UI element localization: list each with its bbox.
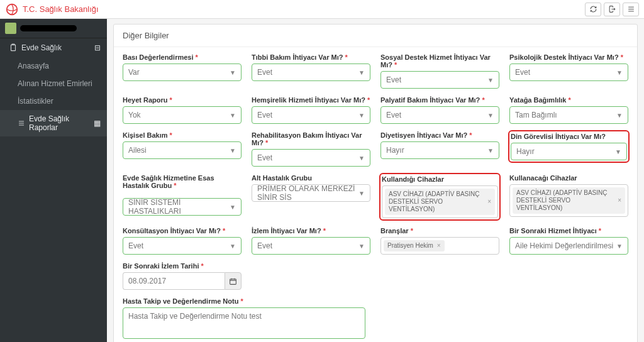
label-kisisel: Kişisel Bakım * xyxy=(123,131,242,139)
chevron-down-icon: ▼ xyxy=(230,147,236,154)
logo-icon xyxy=(5,3,19,16)
sidebar-item-label: Evde Sağlık Raporlar xyxy=(29,114,94,132)
chevron-down-icon: ▼ xyxy=(616,243,623,250)
label-notu: Hasta Takip ve Değerlendirme Notu * xyxy=(123,297,365,305)
chevron-down-icon: ▼ xyxy=(358,243,365,250)
label-alt: Alt Hastalık Grubu xyxy=(252,174,370,182)
date-input[interactable] xyxy=(123,272,225,290)
chevron-down-icon: ▼ xyxy=(358,155,365,162)
tagbox-kullandigi[interactable]: ASV CİHAZI (ADAPTİV BASINÇ DESTEKLİ SERV… xyxy=(382,185,498,218)
select-sosyal[interactable]: Evet▼ xyxy=(380,71,499,89)
label-din: Din Görevlisi İhtiyacı Var Mı? xyxy=(511,133,627,140)
device-tag: ASV CİHAZI (ADAPTİV BASINÇ DESTEKLİ SERV… xyxy=(385,189,495,215)
brand-text: T.C. Sağlık Bakanlığı xyxy=(23,4,99,14)
svg-point-0 xyxy=(7,4,18,14)
chevron-down-icon: ▼ xyxy=(358,190,365,197)
select-heyet[interactable]: Yok▼ xyxy=(123,106,242,124)
nav-head-evde-saglik[interactable]: Evde Sağlık ⊟ xyxy=(0,38,107,57)
chevron-down-icon: ▼ xyxy=(487,147,494,154)
logout-button[interactable] xyxy=(604,3,620,16)
refresh-button[interactable] xyxy=(585,3,601,16)
branch-tag: Pratisyen Hekim× xyxy=(384,240,445,251)
menu-button[interactable] xyxy=(623,3,639,16)
svg-rect-2 xyxy=(230,279,236,284)
label-esas: Evde Sağlık Hizmetine Esas Hastalık Grub… xyxy=(123,174,242,189)
select-yataga[interactable]: Tam Bağımlı▼ xyxy=(509,106,628,124)
nav-head-label: Evde Sağlık xyxy=(21,43,62,52)
chevron-down-icon: ▼ xyxy=(358,112,365,119)
label-sosyal: Sosyal Destek Hizmet İhtiyacı Var Mı? * xyxy=(380,53,499,69)
sidebar-item-anasayfa[interactable]: Anasayfa xyxy=(0,57,107,75)
chevron-down-icon: ▼ xyxy=(616,69,623,76)
remove-tag-button[interactable]: × xyxy=(437,242,441,250)
user-name-redacted xyxy=(20,25,77,31)
label-kullandigi: Kullandığı Cihazlar xyxy=(382,175,498,183)
remove-tag-button[interactable]: × xyxy=(487,198,491,206)
select-kisisel[interactable]: Ailesi▼ xyxy=(123,141,242,159)
collapse-icon: ⊟ xyxy=(94,43,101,52)
tagbox-branslar[interactable]: Pratisyen Hekim× xyxy=(380,237,499,255)
label-sonraki: Bir Sonraki Hizmet İhtiyacı * xyxy=(509,227,628,234)
select-diyet[interactable]: Hayır▼ xyxy=(380,141,499,159)
grid-icon: ▦ xyxy=(94,119,101,128)
sidebar-item-istatistikler[interactable]: İstatistikler xyxy=(0,92,107,110)
select-hems[interactable]: Evet▼ xyxy=(252,106,370,124)
sidebar: Evde Sağlık ⊟ Anasayfa Alınan Hizmet Emi… xyxy=(0,19,107,342)
label-branslar: Branşlar * xyxy=(380,227,499,234)
label-diyet: Diyetisyen İhtiyacı Var Mı? * xyxy=(380,131,499,139)
chevron-down-icon: ▼ xyxy=(230,112,236,119)
menu-icon xyxy=(627,5,635,13)
chevron-down-icon: ▼ xyxy=(230,69,236,76)
panel-title: Diğer Bilgiler xyxy=(114,25,637,47)
remove-tag-button[interactable]: × xyxy=(618,197,621,204)
label-kullanacagi: Kullanacağı Cihazlar xyxy=(509,174,628,182)
avatar xyxy=(5,23,16,34)
chevron-down-icon: ▼ xyxy=(230,243,236,250)
label-tibbi: Tıbbi Bakım İhtiyacı Var Mı? * xyxy=(252,53,370,61)
select-tibbi[interactable]: Evet▼ xyxy=(252,63,370,81)
calendar-button[interactable] xyxy=(225,272,242,290)
chevron-down-icon: ▼ xyxy=(616,112,623,119)
select-izlem[interactable]: Evet▼ xyxy=(252,237,370,255)
user-row xyxy=(0,19,107,38)
select-rehab[interactable]: Evet▼ xyxy=(252,149,370,167)
select-palyatif[interactable]: Evet▼ xyxy=(380,106,499,124)
sidebar-item-alinan-hizmet[interactable]: Alınan Hizmet Emirleri xyxy=(0,75,107,92)
sidebar-item-label: Alınan Hizmet Emirleri xyxy=(18,79,92,88)
device-tag: ASV CİHAZI (ADAPTİV BASINÇ DESTEKLİ SERV… xyxy=(513,187,625,214)
label-hems: Hemşirelik Hizmeti İhtiyacı Var Mı? * xyxy=(252,96,370,104)
select-din[interactable]: Hayır▼ xyxy=(511,143,627,160)
notes-textarea[interactable] xyxy=(123,307,365,339)
clipboard-icon xyxy=(9,43,18,52)
logout-icon xyxy=(608,5,616,13)
select-konsult[interactable]: Evet▼ xyxy=(123,237,242,255)
select-basi[interactable]: Var▼ xyxy=(123,63,242,81)
refresh-icon xyxy=(589,5,597,13)
chevron-down-icon: ▼ xyxy=(487,112,494,119)
label-basi: Bası Değerlendirmesi * xyxy=(123,53,242,61)
chevron-down-icon: ▼ xyxy=(358,69,365,76)
list-icon xyxy=(18,119,25,127)
chevron-down-icon: ▼ xyxy=(615,148,621,155)
select-sonraki[interactable]: Aile Hekimi Değerlendirilmesi▼ xyxy=(509,237,628,255)
svg-rect-1 xyxy=(11,45,16,50)
chevron-down-icon: ▼ xyxy=(230,204,236,211)
label-psik: Psikolojik Destek İhtiyacı Var Mı? * xyxy=(509,53,628,61)
label-palyatif: Palyatif Bakım İhtiyacı Var Mı? * xyxy=(380,96,499,104)
calendar-icon xyxy=(229,277,237,285)
sidebar-item-label: İstatistikler xyxy=(18,97,53,106)
select-esas[interactable]: SİNİR SİSTEMİ HASTALIKLARI▼ xyxy=(123,198,242,216)
chevron-down-icon: ▼ xyxy=(487,77,494,84)
brand: T.C. Sağlık Bakanlığı xyxy=(5,3,99,16)
label-konsult: Konsültasyon İhtiyacı Var Mı? * xyxy=(123,227,242,234)
label-izlem: İzlem İhtiyacı Var Mı? * xyxy=(252,227,370,234)
sidebar-item-raporlar[interactable]: Evde Sağlık Raporlar ▦ xyxy=(0,110,107,136)
label-heyet: Heyet Raporu * xyxy=(123,96,242,104)
select-psik[interactable]: Evet▼ xyxy=(509,63,628,81)
tagbox-kullanacagi[interactable]: ASV CİHAZI (ADAPTİV BASINÇ DESTEKLİ SERV… xyxy=(509,184,628,217)
select-alt[interactable]: PRİMER OLARAK MERKEZİ SİNİR SİS▼ xyxy=(252,184,370,202)
label-rehab: Rehabilitasyon Bakım İhtiyacı Var Mı? * xyxy=(252,131,370,146)
sidebar-item-label: Anasayfa xyxy=(18,62,49,70)
label-tarih: Bir Sonraki İzlem Tarihi * xyxy=(123,262,242,270)
label-yataga: Yatağa Bağımlılık * xyxy=(509,96,628,104)
